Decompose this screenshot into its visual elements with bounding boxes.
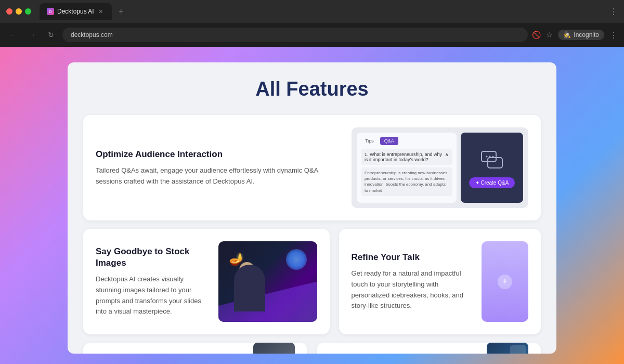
qa-visual: Tips Q&A 1. What is entrepreneurship, an… xyxy=(352,127,528,208)
page-background: All Features Optimize Audience Interacti… xyxy=(0,47,624,364)
feature-row-2: Say Goodbye to Stock Images Decktopus AI… xyxy=(83,229,541,334)
content-wrapper: All Features Optimize Audience Interacti… xyxy=(68,62,556,354)
minimize-button[interactable] xyxy=(16,8,22,15)
forward-button[interactable]: → xyxy=(25,28,40,42)
svg-rect-0 xyxy=(482,151,496,162)
svg-point-3 xyxy=(489,156,491,158)
qa-question-text: 1. What is entrepreneurship, and why is … xyxy=(365,152,443,162)
qa-tabs: Tips Q&A xyxy=(361,137,452,145)
incognito-icon: 🕵 xyxy=(563,31,571,38)
title-bar: D Decktopus AI ✕ + ⋮ xyxy=(0,0,624,23)
url-input[interactable]: decktopus.com xyxy=(62,28,528,42)
chat-bubbles-icon xyxy=(479,147,504,172)
incognito-label: Incognito xyxy=(574,31,599,38)
address-bar: ← → ↻ decktopus.com 🚫 ☆ 🕵 Incognito ⋮ xyxy=(0,23,624,47)
feature-text-stock: Say Goodbye to Stock Images Decktopus AI… xyxy=(96,246,208,317)
shape-img xyxy=(487,343,528,354)
maximize-button[interactable] xyxy=(25,8,31,15)
new-tab-button[interactable]: + xyxy=(114,4,128,19)
person-silhouette xyxy=(234,265,265,311)
traffic-lights xyxy=(6,8,31,15)
feature-card-refine: Refine Your Talk Get ready for a natural… xyxy=(339,229,541,334)
qa-panel: Tips Q&A 1. What is entrepreneurship, an… xyxy=(357,133,457,203)
browser-menu-icon[interactable]: ⋮ xyxy=(609,7,618,17)
create-qa-button[interactable]: ✦ Create Q&A xyxy=(469,177,515,188)
tab-favicon: D xyxy=(47,8,54,15)
feature-text-refine: Refine Your Talk Get ready for a natural… xyxy=(352,252,471,311)
feature-card-stock: Say Goodbye to Stock Images Decktopus AI… xyxy=(83,229,330,334)
feature-desc-refine: Get ready for a natural and impactful to… xyxy=(352,268,471,311)
active-tab[interactable]: D Decktopus AI ✕ xyxy=(40,3,112,20)
browser-chrome: D Decktopus AI ✕ + ⋮ ← → ↻ decktopus.com… xyxy=(0,0,624,47)
feature-card-craft: Craft Impactful Stories xyxy=(83,343,307,354)
tips-tab[interactable]: Tips xyxy=(361,137,378,145)
svg-point-4 xyxy=(492,156,494,158)
chevron-up-icon: ∧ xyxy=(445,152,449,157)
qa-icon-panel: ✦ Create Q&A xyxy=(461,133,523,203)
tab-title: Decktopus AI xyxy=(57,8,94,15)
feature-row-1: Optimize Audience Interaction Tailored Q… xyxy=(83,115,541,220)
tab-bar: D Decktopus AI ✕ + xyxy=(40,3,605,20)
feature-title-refine: Refine Your Talk xyxy=(352,252,471,263)
feature-card-optimize: Optimize Audience Interaction Tailored Q… xyxy=(83,115,541,220)
feature-desc-optimize: Tailored Q&As await, engage your audienc… xyxy=(96,165,341,187)
refine-visual: + xyxy=(482,241,528,322)
stock-image-visual: 🪔 xyxy=(218,241,317,322)
svg-rect-1 xyxy=(488,158,502,168)
back-button[interactable]: ← xyxy=(6,28,21,42)
stock-img: 🪔 xyxy=(218,241,317,322)
bookmark-icon[interactable]: ☆ xyxy=(546,31,553,39)
feature-card-shape: Shape Dynamic Stories xyxy=(317,343,541,354)
tab-close-button[interactable]: ✕ xyxy=(97,8,105,15)
address-actions: 🚫 ☆ 🕵 Incognito ⋮ xyxy=(532,30,618,40)
craft-img xyxy=(253,343,295,354)
plus-icon: + xyxy=(498,275,512,289)
feature-text-optimize: Optimize Audience Interaction Tailored Q… xyxy=(96,149,341,187)
shape-visual xyxy=(487,343,528,354)
camera-off-icon[interactable]: 🚫 xyxy=(532,31,541,39)
feature-title-stock: Say Goodbye to Stock Images xyxy=(96,246,208,269)
page-title: All Features xyxy=(255,78,369,100)
chrome-menu-icon[interactable]: ⋮ xyxy=(609,30,618,40)
qa-tab[interactable]: Q&A xyxy=(380,137,398,145)
craft-visual xyxy=(253,343,295,354)
glow-circle xyxy=(286,249,307,270)
qa-question: 1. What is entrepreneurship, and why is … xyxy=(361,149,452,165)
reload-button[interactable]: ↻ xyxy=(44,28,58,42)
qa-answer: Entrepreneurship is creating new busines… xyxy=(361,167,452,196)
feature-title-optimize: Optimize Audience Interaction xyxy=(96,149,341,160)
close-button[interactable] xyxy=(6,8,12,15)
feature-desc-stock: Decktopus AI creates visually stunning i… xyxy=(96,274,208,317)
svg-point-2 xyxy=(486,156,488,158)
url-text: decktopus.com xyxy=(69,31,115,38)
bottom-row: Craft Impactful Stories Shape Dynamic St… xyxy=(83,343,541,354)
incognito-badge: 🕵 Incognito xyxy=(558,30,604,40)
